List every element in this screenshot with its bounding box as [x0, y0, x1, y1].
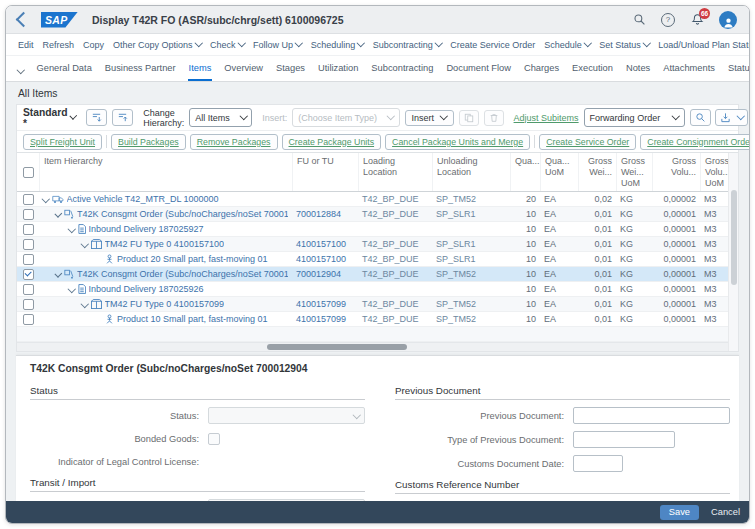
export-button[interactable]: [715, 109, 749, 126]
tab-document-flow[interactable]: Document Flow: [445, 58, 512, 81]
insert-item-type-select[interactable]: (Choose Item Type): [292, 108, 399, 127]
row-checkbox[interactable]: [23, 239, 34, 250]
table-row[interactable]: T42K Consgmt Order (Subc/noCharges/noSet…: [17, 207, 728, 222]
menu-item-follow-up[interactable]: Follow Up: [253, 40, 302, 50]
tab-overview[interactable]: Overview: [223, 58, 264, 81]
notifications-bell-icon[interactable]: 66: [690, 13, 704, 27]
column-header-gross-volu-uom[interactable]: Gross Volu... UoM: [700, 153, 728, 191]
expand-toggle-icon[interactable]: [68, 285, 76, 293]
table-row[interactable]: TM42 FU Type 0 41001570994100157099T42_B…: [17, 297, 728, 312]
tab-charges[interactable]: Charges: [523, 58, 560, 81]
row-checkbox[interactable]: [23, 299, 34, 310]
column-header-gross-wei[interactable]: Gross Wei...: [578, 153, 616, 191]
item-hierarchy-text[interactable]: TM42 FU Type 0 4100157100: [105, 239, 224, 249]
column-header-fu-or-tu[interactable]: FU or TU: [292, 153, 358, 191]
create-package-units-button[interactable]: Create Package Units: [282, 134, 382, 150]
copy-row-button[interactable]: [459, 110, 479, 126]
status-select[interactable]: [208, 407, 365, 424]
tab-business-partner[interactable]: Business Partner: [104, 58, 177, 81]
menu-item-check[interactable]: Check: [210, 40, 244, 50]
menu-item-edit[interactable]: Edit: [18, 40, 34, 50]
item-hierarchy-text[interactable]: Product 20 Small part, fast-moving 01: [117, 254, 268, 264]
expand-toggle-icon[interactable]: [81, 300, 89, 308]
row-checkbox[interactable]: [23, 314, 34, 325]
column-header-qua-uom[interactable]: Qua... UoM: [540, 153, 578, 191]
view-select[interactable]: Standard *: [23, 107, 76, 129]
tab-items[interactable]: Items: [188, 58, 213, 81]
item-hierarchy-text[interactable]: TM42 FU Type 0 4100157099: [105, 299, 224, 309]
row-checkbox[interactable]: [23, 194, 34, 205]
menu-item-load-unload-plan-status-stop[interactable]: Load/Unload Plan Status (Stop): [658, 40, 749, 50]
horizontal-scrollbar[interactable]: [17, 342, 728, 351]
menu-item-scheduling[interactable]: Scheduling: [311, 40, 364, 50]
customs-document-date-input[interactable]: [573, 455, 623, 472]
customs-activity-select[interactable]: [208, 499, 365, 501]
table-row[interactable]: Inbound Delivery 18702592710EA0,01KG0,00…: [17, 222, 728, 237]
expand-toggle-icon[interactable]: [68, 225, 76, 233]
table-row-empty[interactable]: [17, 327, 728, 342]
row-checkbox[interactable]: [23, 254, 34, 265]
tab-stages[interactable]: Stages: [275, 58, 306, 81]
insert-button[interactable]: Insert: [405, 110, 454, 126]
cancel-package-units-and-merge-button[interactable]: Cancel Package Units and Merge: [385, 134, 530, 150]
change-hierarchy-select[interactable]: All Items: [189, 108, 252, 127]
menu-item-subcontracting[interactable]: Subcontracting: [373, 40, 442, 50]
table-row[interactable]: T42K Consgmt Order (Subc/noCharges/noSet…: [17, 267, 728, 282]
previous-document-input[interactable]: [573, 407, 730, 424]
tab-statuses[interactable]: Statuses: [727, 58, 749, 81]
table-row[interactable]: TM42 FU Type 0 41001571004100157100T42_B…: [17, 237, 728, 252]
row-checkbox[interactable]: [23, 224, 34, 235]
search-icon[interactable]: [632, 13, 646, 27]
menu-item-other-copy-options[interactable]: Other Copy Options: [113, 40, 201, 50]
build-packages-button[interactable]: Build Packages: [111, 134, 186, 150]
tab-subcontracting[interactable]: Subcontracting: [370, 58, 434, 81]
item-hierarchy-text[interactable]: Product 10 Small part, fast-moving 01: [117, 314, 268, 324]
item-hierarchy-text[interactable]: Inbound Delivery 187025927: [89, 224, 204, 234]
expand-toggle-icon[interactable]: [42, 195, 50, 203]
collapse-all-button[interactable]: [112, 109, 133, 126]
table-row[interactable]: Product 20 Small part, fast-moving 01410…: [17, 252, 728, 267]
vertical-scrollbar[interactable]: [728, 153, 738, 351]
collapse-header-icon[interactable]: [18, 63, 24, 74]
help-icon[interactable]: ?: [661, 13, 675, 27]
menu-item-schedule[interactable]: Schedule: [544, 40, 590, 50]
select-all-checkbox[interactable]: [23, 167, 34, 178]
create-consignment-order-button[interactable]: Create Consignment Order: [640, 134, 749, 150]
expand-toggle-icon[interactable]: [81, 240, 89, 248]
vertical-scrollbar-thumb[interactable]: [731, 190, 737, 285]
item-hierarchy-text[interactable]: T42K Consgmt Order (Subc/noCharges/noSet…: [77, 209, 288, 219]
expand-all-button[interactable]: [86, 109, 107, 126]
table-search-button[interactable]: [690, 109, 711, 126]
tab-execution[interactable]: Execution: [571, 58, 614, 81]
column-header-unloading-location[interactable]: Unloading Location: [432, 153, 510, 191]
row-checkbox[interactable]: [23, 269, 34, 280]
item-hierarchy-text[interactable]: Active Vehicle T42_MTR_DL 1000000: [67, 194, 219, 204]
menu-item-create-service-order[interactable]: Create Service Order: [450, 40, 535, 50]
remove-packages-button[interactable]: Remove Packages: [190, 134, 278, 150]
column-header-gross-wei-uom[interactable]: Gross Wei... UoM: [616, 153, 652, 191]
column-header-gross-volu[interactable]: Gross Volu...: [652, 153, 700, 191]
row-checkbox[interactable]: [23, 209, 34, 220]
table-row[interactable]: Inbound Delivery 18702592610EA0,01KG0,00…: [17, 282, 728, 297]
table-row[interactable]: Active Vehicle T42_MTR_DL 1000000T42_BP_…: [17, 192, 728, 207]
split-freight-unit-button[interactable]: Split Freight Unit: [23, 134, 102, 150]
adjust-subitems-link[interactable]: Adjust Subitems: [514, 113, 579, 123]
create-service-order-button[interactable]: Create Service Order: [539, 134, 636, 150]
item-hierarchy-text[interactable]: Inbound Delivery 187025926: [89, 284, 204, 294]
column-header-item-hierarchy[interactable]: Item Hierarchy: [39, 153, 292, 191]
table-row[interactable]: Product 10 Small part, fast-moving 01410…: [17, 312, 728, 327]
save-button[interactable]: Save: [660, 505, 699, 520]
menu-item-refresh[interactable]: Refresh: [43, 40, 75, 50]
cancel-button[interactable]: Cancel: [711, 507, 740, 517]
tab-utilization[interactable]: Utilization: [317, 58, 359, 81]
menu-item-copy[interactable]: Copy: [83, 40, 104, 50]
expand-toggle-icon[interactable]: [55, 270, 62, 277]
row-checkbox[interactable]: [23, 284, 34, 295]
menu-item-set-status[interactable]: Set Status: [599, 40, 649, 50]
item-hierarchy-text[interactable]: T42K Consgmt Order (Subc/noCharges/noSet…: [77, 269, 288, 279]
expand-toggle-icon[interactable]: [55, 210, 62, 217]
back-icon[interactable]: [16, 12, 32, 28]
tab-attachments[interactable]: Attachments: [662, 58, 716, 81]
column-header-qua[interactable]: Qua...: [510, 153, 540, 191]
tab-notes[interactable]: Notes: [625, 58, 651, 81]
